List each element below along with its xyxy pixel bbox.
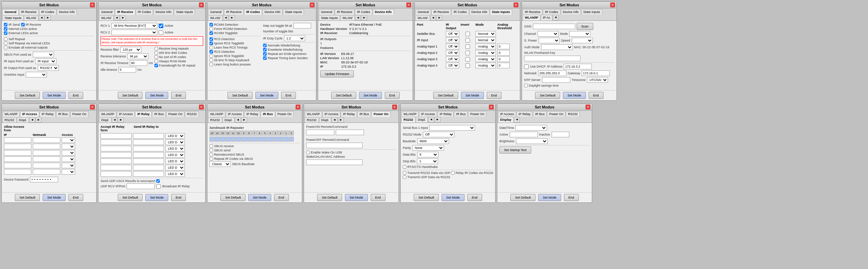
- analog4-threshold[interactable]: [497, 63, 510, 68]
- sedeller-invert[interactable]: [461, 32, 475, 36]
- tab-next-3[interactable]: ►: [229, 15, 235, 20]
- tab-wlan-2[interactable]: WLAN/: [99, 15, 114, 20]
- tab-power-on-10[interactable]: Power On: [371, 111, 390, 117]
- use-dhcp-cb[interactable]: [524, 64, 529, 69]
- tab-ir-receive-4[interactable]: IR Receive: [335, 9, 354, 15]
- cb-ir-send[interactable]: [4, 23, 7, 26]
- sm-bit-7[interactable]: [252, 137, 257, 142]
- tab-ir-receive-6[interactable]: IR Receive: [523, 9, 542, 14]
- to-input-3[interactable]: [133, 146, 164, 151]
- idle-timeout-input[interactable]: [119, 67, 136, 73]
- daylight-cb[interactable]: [524, 84, 528, 87]
- ip-input-4[interactable]: [4, 156, 31, 162]
- tab-rs232-9[interactable]: RS232: [208, 117, 222, 123]
- ntp-server-input[interactable]: [542, 77, 570, 83]
- tab-ip-relay-9[interactable]: IP Relay: [244, 111, 260, 117]
- tab-wlan-4[interactable]: WLAN/: [340, 15, 355, 20]
- close-button-1[interactable]: ✕: [90, 2, 95, 7]
- tab-prev-12[interactable]: ◄: [514, 117, 520, 123]
- tab-ir-bus-8[interactable]: IR Bus: [152, 111, 166, 117]
- analog3-invert[interactable]: [461, 57, 475, 62]
- tab-next-10[interactable]: ►: [338, 117, 344, 123]
- analog2-select[interactable]: Off: [446, 50, 459, 56]
- to-input-7[interactable]: [133, 171, 164, 177]
- tab-prev-11[interactable]: ◄: [428, 117, 434, 123]
- netmask-input-1[interactable]: [33, 137, 60, 143]
- tab-prev-9[interactable]: ◄: [235, 117, 241, 123]
- sedeller-mode-select[interactable]: Normal: [475, 31, 496, 37]
- cb-external-leds[interactable]: [4, 31, 7, 35]
- tab-wlan-ip-7[interactable]: WLAN/IP: [2, 111, 20, 117]
- baudrate-select[interactable]: 9600: [417, 138, 449, 144]
- tab-power-on-8[interactable]: Power On: [166, 111, 184, 117]
- led-select-3[interactable]: LED D: [165, 146, 185, 151]
- receive-filter-select[interactable]: 120 µs: [120, 47, 141, 52]
- led-select-6[interactable]: LED D: [165, 165, 185, 170]
- set-mode-btn-9[interactable]: Set Mode: [248, 194, 271, 201]
- update-firmware-btn[interactable]: Update Firmware: [320, 70, 354, 77]
- close-button-4[interactable]: ✕: [406, 2, 411, 7]
- rcv2-select[interactable]: [111, 30, 157, 35]
- cb-repeat-ir[interactable]: [210, 157, 213, 161]
- to-input-1[interactable]: [133, 133, 164, 139]
- tab-ir-bus-11[interactable]: IR Bus: [454, 111, 468, 117]
- tab-next-5[interactable]: ►: [436, 15, 442, 20]
- led-select-1[interactable]: LED D: [165, 133, 185, 139]
- end-btn-1[interactable]: End: [68, 92, 83, 99]
- set-default-btn-7[interactable]: Set Default: [15, 194, 40, 201]
- cb-long-press[interactable]: [210, 63, 213, 66]
- cb-sbus-send[interactable]: [210, 149, 213, 152]
- rs232-mode-select[interactable]: Off: [423, 132, 455, 137]
- set-mode-btn-4[interactable]: Set Mode: [359, 92, 382, 99]
- rcv1-select[interactable]: 38 kHz Receiver [EXT]: [111, 23, 157, 29]
- tab-rs232-10[interactable]: RS232: [305, 117, 319, 123]
- tab-wlan-1[interactable]: WLAN/: [24, 15, 38, 20]
- tab-ir-bus-7[interactable]: IR Bus: [56, 111, 70, 117]
- tab-ir-receive-5[interactable]: IR Receive: [431, 9, 451, 15]
- udp-rcv-input[interactable]: [127, 183, 155, 189]
- tab-ir-codes-3[interactable]: IR Codes: [244, 9, 262, 15]
- tab-general-3[interactable]: General: [208, 9, 224, 15]
- access-select-6[interactable]: [62, 169, 75, 175]
- tab-ip-ac-6[interactable]: IP Ac: [541, 15, 552, 20]
- end-btn-3[interactable]: End: [281, 92, 296, 99]
- set-mode-btn-6[interactable]: Set Mode: [563, 92, 586, 99]
- to-input-6[interactable]: [133, 165, 164, 170]
- tab-displ-8[interactable]: Displ.: [99, 117, 111, 123]
- netmask-input-5[interactable]: [33, 163, 60, 168]
- active-input-12[interactable]: [510, 132, 538, 137]
- tab-prev-1[interactable]: ◄: [39, 15, 45, 20]
- close-button-11[interactable]: ✕: [489, 105, 494, 110]
- sm-bit-12[interactable]: [225, 137, 230, 142]
- tab-state-inputs-1[interactable]: State Inputs: [2, 15, 24, 20]
- tab-state-inputs-3[interactable]: State Inputs: [283, 9, 304, 15]
- sm-bit-13[interactable]: [220, 137, 225, 142]
- power-on-command-input[interactable]: [336, 130, 364, 135]
- brightness-select[interactable]: [516, 138, 548, 144]
- close-button-10[interactable]: ✕: [392, 105, 397, 110]
- timezone-select[interactable]: UTC/GMT: [587, 77, 608, 83]
- tab-prev-7[interactable]: ◄: [29, 117, 35, 123]
- tab-next-1[interactable]: ►: [45, 15, 51, 20]
- tab-display-12[interactable]: Display: [498, 117, 514, 123]
- rcv1-active[interactable]: [159, 24, 163, 28]
- close-button-9[interactable]: ✕: [296, 105, 301, 110]
- cb-sbus-receive[interactable]: [210, 144, 213, 148]
- power-off-input[interactable]: [306, 143, 363, 148]
- cb-remotecontrol[interactable]: [210, 153, 213, 156]
- sm-bit-14[interactable]: [215, 137, 220, 142]
- sm-bit-10[interactable]: [236, 137, 241, 142]
- tab-power-on-12[interactable]: Power On: [547, 111, 565, 117]
- tab-device-info-1[interactable]: Device Info: [57, 9, 77, 15]
- tab-prev-5[interactable]: ◄: [430, 15, 436, 20]
- access-select-3[interactable]: [62, 150, 75, 156]
- set-default-btn-3[interactable]: Set Default: [227, 92, 253, 99]
- set-default-btn-1[interactable]: Set Default: [15, 92, 40, 99]
- close-button-3[interactable]: ✕: [310, 2, 315, 7]
- cb-b40-codes[interactable]: [154, 51, 158, 55]
- cb-self-repeat-internal[interactable]: [4, 42, 7, 45]
- tab-rs232-11[interactable]: RS232: [401, 117, 415, 123]
- tab-ir-codes-6[interactable]: IR Codes: [543, 9, 560, 14]
- rts-cts-cb[interactable]: [403, 165, 406, 169]
- close-button-5[interactable]: ✕: [514, 2, 518, 7]
